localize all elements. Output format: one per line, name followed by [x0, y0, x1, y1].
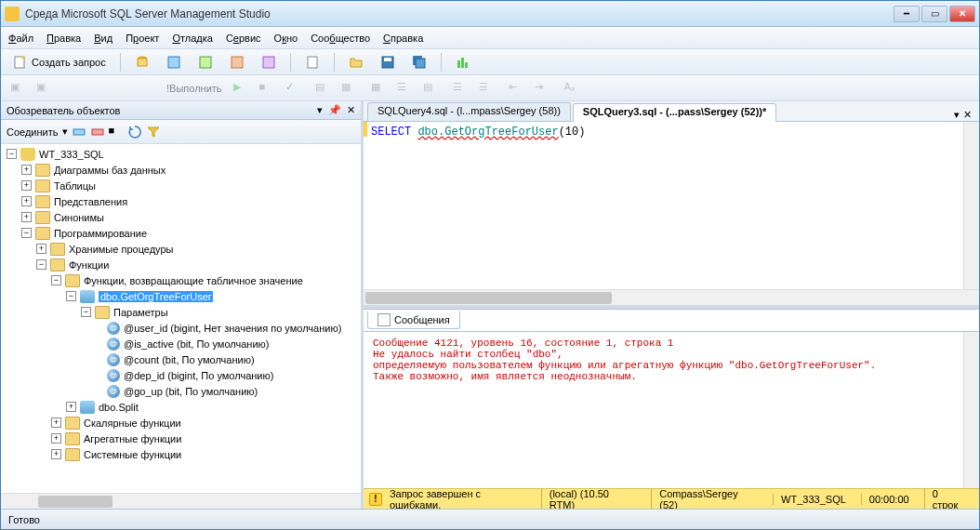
expander-icon[interactable]: − [21, 228, 32, 238]
toolbar-btn-1[interactable] [128, 52, 156, 73]
tree-views[interactable]: Представления [54, 196, 127, 207]
tree-parameters[interactable]: Параметры [113, 307, 168, 318]
sql-editor[interactable]: SELECT dbo.GetOrgTreeForUser(10) [364, 122, 979, 289]
expander-icon[interactable]: − [66, 291, 76, 301]
dropdown-icon[interactable]: ▾ [317, 104, 323, 116]
toolbar2-btn-1[interactable]: ▣ [7, 79, 29, 98]
toolbar-btn-6[interactable] [298, 52, 326, 73]
tree-root[interactable]: WT_333_SQL [39, 149, 104, 160]
tree-scalar-fn[interactable]: Скалярные функции [84, 417, 181, 429]
toolbar2-uncomment[interactable]: ☰ [475, 79, 497, 98]
expander-icon[interactable]: − [36, 259, 46, 270]
disconnect-icon[interactable] [90, 125, 105, 139]
expander-icon[interactable]: − [51, 275, 61, 285]
toolbar-btn-3[interactable] [192, 52, 219, 73]
toolbar-btn-4[interactable] [223, 52, 251, 73]
expander-icon[interactable]: + [66, 402, 76, 412]
outdent-icon: ⇤ [509, 81, 523, 96]
debug-button[interactable]: ▶ [230, 79, 252, 98]
toolbar-activity[interactable] [449, 52, 477, 73]
refresh-icon[interactable] [127, 125, 142, 139]
tree-param[interactable]: @is_active (bit, По умолчанию) [124, 338, 269, 350]
editor-vertical-scrollbar[interactable] [963, 122, 979, 289]
expander-icon[interactable]: + [51, 433, 61, 444]
menu-file[interactable]: Файл [8, 33, 33, 44]
menu-debug[interactable]: Отладка [172, 33, 213, 44]
toolbar2-outdent[interactable]: ⇤ [505, 79, 527, 98]
toolbar2-btn-a[interactable]: ▤ [311, 79, 334, 98]
expander-icon[interactable]: − [81, 307, 91, 317]
toolbar2-btn-b[interactable]: ▦ [338, 79, 360, 98]
toolbar2-results-text[interactable]: ☰ [393, 79, 416, 98]
messages-body[interactable]: Сообщение 4121, уровень 16, состояние 1,… [364, 332, 979, 488]
toolbar-save-all[interactable] [405, 52, 433, 73]
tree-table-valued[interactable]: Функции, возвращающие табличное значение [84, 275, 303, 286]
status-db: WT_333_SQL [773, 494, 854, 505]
tab-close-icon[interactable]: ✕ [963, 109, 972, 121]
stop-button[interactable]: ■ [256, 79, 278, 98]
toolbar2-results-file[interactable]: ▤ [419, 79, 442, 98]
toolbar2-specify[interactable]: Aₐ [561, 79, 583, 98]
expander-icon[interactable]: + [51, 449, 61, 459]
tree-selected-function[interactable]: dbo.GetOrgTreeForUser [99, 291, 213, 302]
tree-functions[interactable]: Функции [69, 259, 109, 271]
tree-diagrams[interactable]: Диаграммы баз данных [54, 165, 166, 176]
tree-aggregate-fn[interactable]: Агрегатные функции [84, 433, 181, 444]
toolbar-btn-5[interactable] [255, 52, 283, 73]
maximize-button[interactable]: ▭ [921, 6, 947, 22]
expander-icon[interactable]: + [21, 212, 32, 222]
tree-horizontal-scrollbar[interactable] [1, 493, 361, 509]
toolbar-open[interactable] [342, 52, 370, 73]
stop-icon[interactable]: ■ [109, 125, 124, 139]
panel-close-icon[interactable]: ✕ [347, 104, 355, 116]
expander-icon[interactable]: + [51, 417, 61, 428]
expander-icon[interactable]: − [7, 149, 17, 159]
menu-window[interactable]: Окно [274, 33, 298, 44]
connect-label[interactable]: Соединить [7, 126, 59, 138]
tree-param[interactable]: @count (bit, По умолчанию) [124, 354, 255, 365]
messages-vertical-scrollbar[interactable] [963, 332, 979, 488]
tree-programming[interactable]: Программирование [54, 228, 147, 239]
toolbar2-btn-2[interactable]: ▣ [33, 79, 55, 98]
pin-icon[interactable]: 📌 [328, 104, 341, 116]
filter-icon[interactable] [146, 125, 161, 139]
menu-help[interactable]: Справка [383, 33, 423, 44]
toolbar2-indent[interactable]: ⇥ [531, 79, 553, 98]
new-query-button[interactable]: Создать запрос [7, 52, 113, 73]
tree-param[interactable]: @user_id (bigint, Нет значения по умолча… [124, 323, 341, 334]
execute-button[interactable]: ! Выполнить [163, 81, 226, 96]
tree-system-fn[interactable]: Системные функции [84, 449, 181, 460]
tree-tables[interactable]: Таблицы [54, 180, 96, 192]
minimize-button[interactable]: ━ [894, 6, 920, 22]
tree-synonyms[interactable]: Синонимы [54, 212, 104, 223]
object-tree[interactable]: −WT_333_SQL +Диаграммы баз данных +Табли… [1, 144, 361, 493]
expander-icon[interactable]: + [21, 196, 32, 206]
toolbar-save[interactable] [374, 52, 402, 73]
connect-dropdown-icon[interactable]: ▾ [62, 126, 68, 138]
toolbar2-comment[interactable]: ☰ [449, 79, 471, 98]
tree-param[interactable]: @dep_id (bigint, По умолчанию) [124, 370, 273, 381]
tree-stored-procs[interactable]: Хранимые процедуры [69, 244, 174, 255]
tree-param[interactable]: @go_up (bit, По умолчанию) [124, 386, 258, 397]
tab-dropdown-icon[interactable]: ▾ [954, 109, 960, 121]
editor-horizontal-scrollbar[interactable] [364, 289, 979, 305]
menu-project[interactable]: Проект [126, 33, 159, 44]
parse-button[interactable]: ✓ [282, 79, 304, 98]
expander-icon[interactable]: + [36, 244, 46, 254]
toolbar-btn-2[interactable] [160, 52, 188, 73]
folder-icon [65, 274, 80, 287]
tree-dbo-split[interactable]: dbo.Split [99, 402, 139, 413]
expander-icon[interactable]: + [21, 165, 32, 175]
tab-messages[interactable]: Сообщения [367, 311, 460, 329]
expander-icon[interactable]: + [21, 180, 32, 191]
close-button[interactable]: ✕ [949, 6, 975, 22]
menu-community[interactable]: Сообщество [311, 33, 370, 44]
tab-query3[interactable]: SQLQuery3.sql - (...pass\Sergey (52))* [573, 103, 776, 122]
toolbar2-results-grid[interactable]: ▦ [367, 79, 390, 98]
menu-service[interactable]: Сервис [226, 33, 261, 44]
status-server: (local) (10.50 RTM) [541, 488, 644, 510]
menu-edit[interactable]: Правка [46, 33, 81, 44]
connect-icon[interactable] [72, 125, 86, 139]
menu-view[interactable]: Вид [94, 33, 113, 44]
tab-query4[interactable]: SQLQuery4.sql - (l...mpass\Sergey (58)) [367, 102, 571, 121]
